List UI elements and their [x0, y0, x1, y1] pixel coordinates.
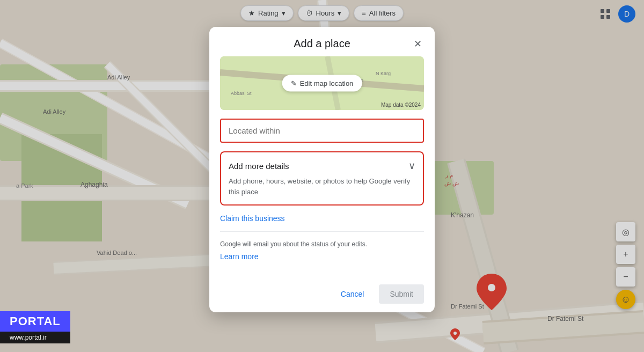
learn-more-link[interactable]: Learn more: [220, 252, 424, 261]
claim-business-link[interactable]: Claim this business: [220, 214, 424, 223]
edit-location-label: Edit map location: [300, 79, 354, 87]
add-place-dialog: Add a place ✕ Abbasi St in N Karg ✎ Edit…: [209, 27, 435, 312]
chevron-down-icon[interactable]: ∨: [408, 160, 415, 172]
svg-text:Abbasi St: Abbasi St: [231, 91, 252, 96]
portal-logo: PORTAL: [0, 311, 70, 332]
located-within-group: [220, 119, 424, 143]
dialog-body: Abbasi St in N Karg ✎ Edit map location …: [209, 56, 435, 278]
located-within-input[interactable]: [220, 119, 424, 143]
add-more-details-section: Add more details ∨ Add phone, hours, web…: [220, 151, 424, 206]
map-data-text: Map data ©2024: [381, 102, 421, 108]
close-button[interactable]: ✕: [409, 35, 426, 53]
details-title: Add more details: [229, 162, 289, 171]
details-description: Add phone, hours, website, or photos to …: [229, 176, 415, 197]
edit-location-icon: ✎: [291, 79, 297, 87]
svg-text:N Karg: N Karg: [376, 71, 391, 76]
details-header: Add more details ∨: [229, 160, 415, 172]
cancel-button[interactable]: Cancel: [330, 284, 375, 304]
dialog-footer: Cancel Submit: [209, 278, 435, 312]
map-preview: Abbasi St in N Karg ✎ Edit map location …: [220, 56, 424, 110]
submit-button[interactable]: Submit: [379, 284, 424, 304]
edit-map-location-button[interactable]: ✎ Edit map location: [282, 75, 362, 92]
dialog-header: Add a place ✕: [209, 27, 435, 56]
dialog-title: Add a place: [294, 38, 350, 50]
close-icon: ✕: [414, 38, 422, 50]
portal-url: www.portal.ir: [0, 332, 70, 343]
portal-branding: PORTAL www.portal.ir: [0, 311, 70, 343]
divider: [220, 231, 424, 232]
email-notice: Google will email you about the status o…: [220, 240, 424, 248]
